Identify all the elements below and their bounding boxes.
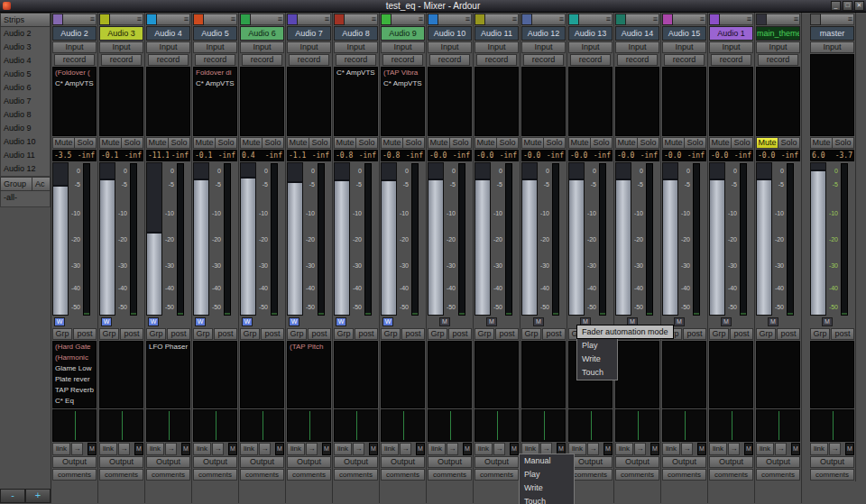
comments-button[interactable]: comments [193,469,237,481]
gain-display[interactable]: -3.5 [53,151,75,160]
fader-automation-button[interactable]: W [54,317,65,326]
record-button[interactable]: record [711,54,751,66]
record-button[interactable]: record [242,54,282,66]
peak-display[interactable]: -inf [122,151,143,160]
processor-entry[interactable]: TAP Reverb [53,385,96,396]
minimize-button[interactable]: _ [831,1,841,11]
peak-meter[interactable] [740,163,747,316]
processor-entry[interactable]: (TAP Pitch [288,342,330,353]
gain-display[interactable]: -0.0 [757,151,778,160]
fader-automation-button[interactable]: M [486,317,497,326]
solo-button[interactable]: Solo [497,137,519,149]
gain-fader-handle[interactable] [710,179,724,315]
input-button[interactable]: Input [334,41,378,53]
processor-box-pre[interactable] [99,67,143,136]
processor-entry[interactable]: (Foldover ( [53,68,96,78]
group-button[interactable]: Grp [334,328,354,340]
pan-automation-button[interactable]: M [510,443,519,455]
meter-point-button[interactable]: post [261,328,284,340]
meter-point-button[interactable]: post [167,328,190,340]
panner[interactable] [615,409,659,442]
pan-link-direction-button[interactable]: → [259,443,271,455]
strip-menu-icon[interactable]: ≡ [794,14,798,25]
peak-meter[interactable] [693,163,700,316]
solo-button[interactable]: Solo [685,137,706,149]
output-button[interactable]: Output [146,456,190,468]
gain-display[interactable]: 6.0 [811,151,833,160]
fader-automation-button[interactable]: M [533,317,544,326]
strip-menu-icon[interactable]: ≡ [747,14,751,25]
pan-automation-button[interactable]: M [416,443,425,455]
mute-button[interactable]: Mute [52,137,75,149]
group-column-header[interactable]: Group [0,177,32,191]
pan-link-direction-button[interactable]: → [493,443,505,455]
processor-entry[interactable]: Glame Low [53,363,96,374]
input-button[interactable]: Input [381,41,425,53]
record-button[interactable]: record [758,54,798,66]
processor-box-pre[interactable] [662,67,706,136]
gain-fader-handle[interactable] [475,179,490,315]
pan-automation-button[interactable]: M [744,443,753,455]
input-button[interactable]: Input [52,41,97,53]
gain-fader-handle[interactable] [522,179,537,315]
pan-link-button[interactable]: link [240,443,258,455]
peak-meter[interactable] [841,163,848,316]
processor-box-pre[interactable] [756,67,800,136]
panner[interactable] [709,409,753,442]
group-button[interactable]: Grp [99,328,119,340]
pan-automation-button[interactable]: M [88,443,97,455]
gain-display[interactable]: -0.0 [616,151,638,160]
peak-display[interactable]: -inf [638,151,659,160]
solo-button[interactable]: Solo [216,137,237,149]
strip-menu-bar[interactable]: ≡ [157,14,190,25]
fader-automation-button[interactable]: W [195,317,206,326]
output-button[interactable]: Output [287,456,331,468]
peak-display[interactable]: -inf [75,151,97,160]
solo-button[interactable]: Solo [356,137,378,149]
sidebar-strip-item[interactable]: Audio 12 [1,162,50,176]
sidebar-strip-item[interactable]: Audio 7 [1,95,50,108]
close-button[interactable]: ✕ [854,1,864,11]
fader-automation-button[interactable]: M [822,317,833,326]
meter-point-button[interactable]: post [308,328,331,340]
peak-meter[interactable] [599,163,606,316]
gain-fader[interactable] [334,162,350,316]
gain-fader[interactable] [428,162,444,316]
meter-point-button[interactable]: post [777,328,800,340]
strip-menu-icon[interactable]: ≡ [606,14,611,25]
comments-button[interactable]: comments [428,469,472,481]
panner[interactable] [381,409,425,442]
record-button[interactable]: record [570,54,611,66]
processor-box-post[interactable] [334,341,378,408]
gain-fader-handle[interactable] [757,179,771,315]
solo-button[interactable]: Solo [544,137,566,149]
strip-menu-bar[interactable]: ≡ [821,14,854,25]
gain-fader-handle[interactable] [241,177,255,315]
gain-display[interactable]: -0.0 [710,151,732,160]
strip-name-button[interactable]: Audio 3 [99,26,143,41]
meter-point-button[interactable]: post [542,328,566,340]
gain-display[interactable]: -11.1 [147,151,169,160]
gain-fader-handle[interactable] [100,179,115,315]
input-button[interactable]: Input [428,41,472,53]
gain-fader[interactable] [99,162,115,316]
strip-color-chip[interactable] [334,14,345,25]
output-button[interactable]: Output [428,456,472,468]
panner[interactable] [474,409,519,442]
fader-automation-button[interactable]: W [336,317,346,326]
strip-name-button[interactable]: Audio 8 [334,26,378,41]
panner[interactable] [568,409,613,442]
strip-menu-bar[interactable]: ≡ [485,14,519,25]
strip-menu-bar[interactable]: ≡ [579,14,613,25]
strip-color-chip[interactable] [193,14,204,25]
processor-box-pre[interactable] [568,67,613,136]
mute-button[interactable]: Mute [521,137,544,149]
strip-menu-icon[interactable]: ≡ [848,14,852,25]
peak-display[interactable]: -inf [356,151,378,160]
strip-menu-bar[interactable]: ≡ [298,14,331,25]
strip-color-chip[interactable] [146,14,157,25]
comments-button[interactable]: comments [334,469,378,481]
processor-box-pre[interactable] [287,67,331,136]
pan-link-button[interactable]: link [474,443,493,455]
mute-button[interactable]: Mute [474,137,497,149]
